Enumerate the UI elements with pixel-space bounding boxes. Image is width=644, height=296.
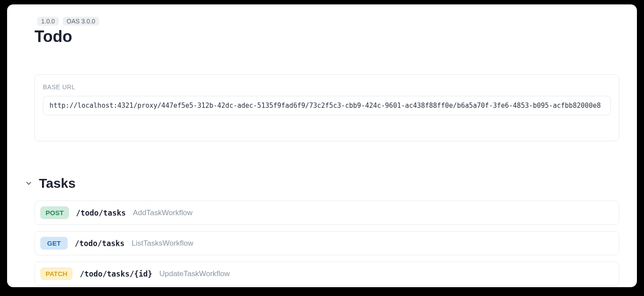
endpoint-operation: UpdateTaskWorkflow [159,269,230,278]
base-url-panel: BASE URL http://localhost:4321/proxy/447… [34,74,619,141]
endpoint-path: /todo/tasks [76,209,126,217]
http-method-badge: GET [40,237,68,250]
api-doc-card: 1.0.0 OAS 3.0.0 Todo BASE URL http://loc… [7,4,637,287]
http-method-badge: PATCH [40,267,73,280]
header-badges: 1.0.0 OAS 3.0.0 [37,17,619,26]
endpoint-row[interactable]: GET /todo/tasks ListTasksWorkflow [34,231,619,255]
oas-badge: OAS 3.0.0 [63,17,100,26]
endpoint-operation: ListTasksWorkflow [132,239,194,248]
base-url-value[interactable]: http://localhost:4321/proxy/447ef5e5-312… [43,96,611,115]
base-url-label: BASE URL [43,83,611,91]
chevron-down-icon[interactable] [25,179,33,187]
section-header[interactable]: Tasks [25,176,619,191]
endpoint-path: /todo/tasks/{id} [80,269,152,278]
endpoint-path: /todo/tasks [75,239,125,248]
section-title: Tasks [39,176,76,191]
endpoint-row[interactable]: POST /todo/tasks AddTaskWorkflow [34,201,619,225]
endpoint-operation: AddTaskWorkflow [133,209,192,217]
endpoint-list: POST /todo/tasks AddTaskWorkflow GET /to… [34,201,619,286]
version-badge: 1.0.0 [37,17,59,26]
http-method-badge: POST [40,206,69,219]
page-title: Todo [34,27,619,46]
endpoint-row[interactable]: PATCH /todo/tasks/{id} UpdateTaskWorkflo… [34,262,619,286]
